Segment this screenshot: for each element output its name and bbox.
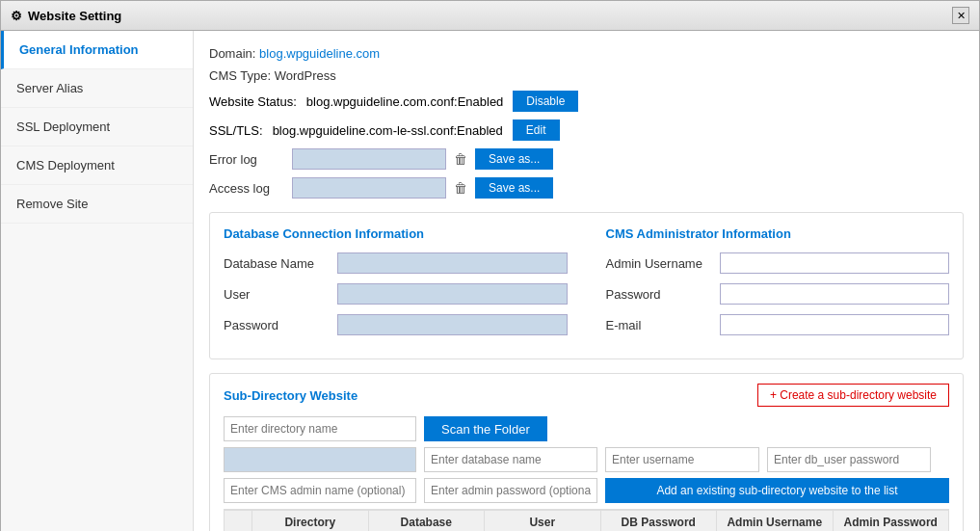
db-user-label: User [224,287,330,302]
title-bar: ⚙ Website Setting ✕ [1,1,979,31]
subdir-row3: Add an existing sub-directory website to… [224,478,949,503]
db-cms-section: Database Connection Information Database… [209,212,964,359]
access-log-saveas-button[interactable]: Save as... [475,177,553,199]
domain-value: blog.wpguideline.com [259,46,380,61]
admin-email-label: E-mail [606,318,712,332]
sidebar-item-server-alias[interactable]: Server Alias [1,69,193,108]
add-existing-button[interactable]: Add an existing sub-directory website to… [605,478,949,503]
domain-row: Domain: blog.wpguideline.com [209,46,964,61]
sidebar: General Information Server Alias SSL Dep… [1,31,194,531]
content-area: General Information Server Alias SSL Dep… [1,31,979,531]
title-bar-left: ⚙ Website Setting [11,9,121,23]
directory-name-input[interactable] [224,416,416,441]
th-admin-username: Admin Username [717,510,834,531]
disable-button[interactable]: Disable [513,91,578,112]
subdir-title: Sub-Directory Website [224,388,358,403]
admin-username-row: Admin Username [606,252,950,274]
th-database: Database [369,510,486,531]
th-user: User [485,510,601,531]
sidebar-item-ssl[interactable]: SSL Deployment [1,108,193,146]
sidebar-item-cms[interactable]: CMS Deployment [1,146,193,185]
error-log-trash-icon[interactable]: 🗑 [452,148,469,170]
cms-type-row: CMS Type: WordPress [209,68,964,83]
close-button[interactable]: ✕ [952,7,969,24]
db-password-label: Password [224,318,330,332]
db-title: Database Connection Information [224,226,568,241]
sidebar-item-remove[interactable]: Remove Site [1,185,193,224]
database-name-input[interactable] [424,447,597,472]
scan-folder-button[interactable]: Scan the Folder [424,416,547,441]
subdir-header: Sub-Directory Website + Create a sub-dir… [224,384,949,407]
cms-admin-name-input[interactable] [224,478,416,503]
ssl-row: SSL/TLS: blog.wpguideline.com-le-ssl.con… [209,119,964,141]
db-password-input[interactable] [337,314,568,335]
db-name-input[interactable] [337,252,568,274]
admin-password-label: Password [606,287,712,302]
website-status-value: blog.wpguideline.com.conf:Enabled [306,94,504,109]
th-dbpassword: DB Password [601,510,718,531]
th-checkbox [224,510,252,531]
sidebar-item-general[interactable]: General Information [1,31,193,69]
admin-email-row: E-mail [606,314,950,335]
admin-username-label: Admin Username [606,256,712,271]
access-log-trash-icon[interactable]: 🗑 [452,177,469,199]
dbpassword-input[interactable] [767,447,931,472]
ssl-value: blog.wpguideline.com-le-ssl.conf:Enabled [273,123,503,138]
window-title: Website Setting [28,9,121,23]
error-log-label: Error log [209,152,286,167]
th-admin-password: Admin Password [834,510,950,531]
cms-value: WordPress [275,68,336,83]
admin-password-optional-input[interactable] [424,478,597,503]
subdir-row1: Scan the Folder [224,416,949,441]
edit-button[interactable]: Edit [513,119,560,141]
admin-password-input[interactable] [720,283,950,305]
db-password-row: Password [224,314,568,335]
th-directory: Directory [252,510,369,531]
db-connection-col: Database Connection Information Database… [224,226,568,345]
db-user-row: User [224,283,568,305]
website-status-row: Website Status: blog.wpguideline.com.con… [209,91,964,112]
admin-password-row: Password [606,283,950,305]
subdir-section: Sub-Directory Website + Create a sub-dir… [209,373,964,531]
website-setting-window: ⚙ Website Setting ✕ General Information … [0,0,980,531]
ssl-label: SSL/TLS: [209,123,263,138]
error-log-input[interactable] [292,148,446,170]
admin-email-input[interactable] [720,314,950,335]
cms-label: CMS Type: [209,68,271,83]
access-log-label: Access log [209,181,286,196]
cms-admin-col: CMS Administrator Information Admin User… [606,226,950,345]
access-log-row: Access log 🗑 Save as... [209,177,964,199]
subdir-gray-input[interactable] [224,447,416,472]
window-icon: ⚙ [11,9,22,23]
db-user-input[interactable] [337,283,568,305]
error-log-row: Error log 🗑 Save as... [209,148,964,170]
subdir-row2 [224,447,949,472]
username-input[interactable] [605,447,759,472]
db-name-label: Database Name [224,256,330,271]
domain-label: Domain: [209,46,255,61]
admin-username-input[interactable] [720,252,950,274]
website-status-label: Website Status: [209,94,297,109]
db-name-row: Database Name [224,252,568,274]
cms-admin-title: CMS Administrator Information [606,226,950,241]
error-log-saveas-button[interactable]: Save as... [475,148,553,170]
create-subdir-button[interactable]: + Create a sub-directory website [757,384,949,407]
main-content: Domain: blog.wpguideline.com CMS Type: W… [194,31,979,531]
table-header: Directory Database User DB Password Admi… [224,509,949,531]
access-log-input[interactable] [292,177,446,199]
